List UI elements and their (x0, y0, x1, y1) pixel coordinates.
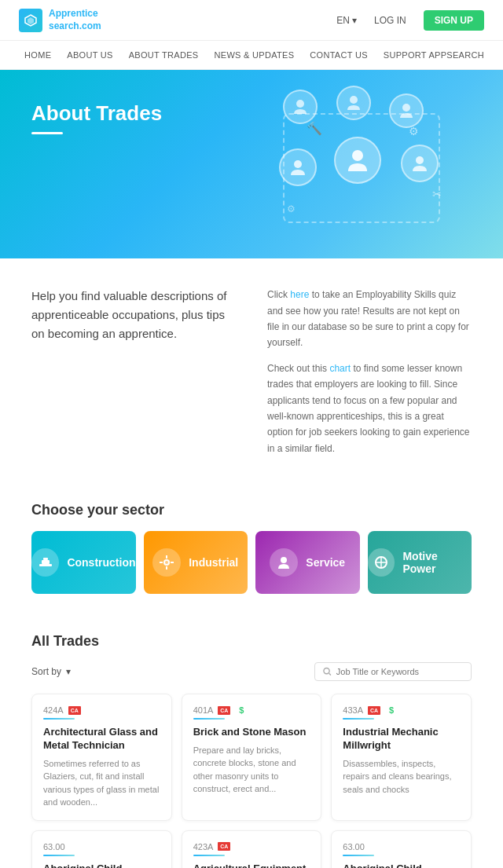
svg-point-12 (165, 561, 168, 564)
search-input[interactable] (336, 667, 463, 676)
trade-card-meta: 424A CA (43, 705, 160, 715)
hero-section: About Trades 🔨 ⚙ ✂ ⚙ (0, 70, 503, 258)
trade-card-meta: 423A CA (193, 842, 310, 852)
svg-point-4 (402, 104, 410, 112)
trade-card-title: Architectural Glass and Metal Technician (43, 726, 160, 753)
svg-point-2 (296, 100, 304, 108)
tool-gear-icon: ⚙ (409, 125, 419, 137)
logo-text: Apprentice search.com (49, 8, 101, 32)
sector-label-construction: Construction (67, 556, 135, 569)
flag-canada-icon: CA (218, 706, 230, 715)
trade-card-title: Aboriginal Child Development Practitione… (43, 863, 160, 868)
tool-hammer-icon: 🔨 (307, 121, 322, 136)
logo: Apprentice search.com (19, 8, 101, 32)
content-right-para1: Click here to take an Employability Skil… (267, 287, 472, 351)
trades-section: All Trades Sort by 424A CA Architectural… (0, 617, 503, 868)
search-box (314, 662, 472, 681)
chart-link[interactable]: chart (329, 363, 351, 374)
flag-dollar-icon: $ (235, 706, 248, 715)
trade-card[interactable]: 433A CA$ Industrial Mechanic Millwright … (331, 694, 472, 821)
sector-cards: Construction Industrial Service Motive P… (31, 531, 472, 594)
nav-about-us[interactable]: ABOUT US (67, 41, 112, 69)
navigation: HOME ABOUT US ABOUT TRADES NEWS & UPDATE… (0, 41, 503, 70)
flag-dollar-icon: $ (385, 706, 398, 715)
content-left: Help you find valuable descriptions of a… (31, 287, 236, 466)
here-link[interactable]: here (290, 289, 309, 300)
trade-code: 423A (193, 842, 214, 852)
signup-button[interactable]: SIGN UP (424, 10, 484, 31)
login-button[interactable]: LOG IN (366, 11, 414, 30)
nav-contact[interactable]: CONTACT US (310, 41, 368, 69)
svg-point-3 (350, 96, 358, 104)
sort-select[interactable]: Sort by (31, 666, 71, 677)
sector-label-service: Service (306, 556, 345, 569)
sector-card-motive[interactable]: Motive Power (368, 531, 472, 594)
trade-card-meta: 63.00 (343, 842, 460, 852)
trade-card[interactable]: 424A CA Architectural Glass and Metal Te… (31, 694, 172, 821)
figure-2 (336, 86, 371, 120)
trades-title: All Trades (31, 633, 472, 650)
svg-point-6 (294, 160, 302, 168)
figure-3 (389, 93, 424, 128)
trade-card[interactable]: 423A CA Agricultural Equipment Technicia… (182, 830, 322, 868)
svg-rect-8 (39, 564, 52, 566)
svg-point-21 (324, 668, 329, 674)
sector-card-industrial[interactable]: Industrial (144, 531, 248, 594)
svg-point-7 (416, 156, 424, 164)
trade-card-title: Industrial Mechanic Millwright (343, 726, 460, 753)
content-section: Help you find valuable descriptions of a… (0, 258, 503, 494)
trade-divider (43, 718, 75, 720)
trade-code: 433A (343, 705, 363, 715)
svg-rect-13 (166, 555, 167, 559)
sector-label-motive: Motive Power (402, 550, 472, 575)
flag-canada-icon: CA (218, 842, 230, 851)
trade-card-desc: Prepare and lay bricks, concrete blocks,… (193, 744, 310, 796)
svg-line-22 (329, 673, 331, 675)
figure-left (279, 148, 317, 186)
nav-news[interactable]: NEWS & UPDATES (215, 41, 295, 69)
trade-divider (43, 855, 75, 856)
search-icon (323, 667, 332, 676)
trade-divider (343, 855, 374, 856)
hero-underline (31, 132, 63, 134)
svg-point-17 (281, 557, 287, 563)
trade-card-title: Agricultural Equipment Technician (193, 863, 310, 868)
trade-code: 63.00 (343, 842, 365, 852)
sector-title: Choose your sector (31, 502, 472, 518)
top-bar: Apprentice search.com EN ▾ LOG IN SIGN U… (0, 0, 503, 41)
trade-card[interactable]: 63.00 Aboriginal Child Development Pract… (31, 830, 172, 868)
trade-card[interactable]: 63.00 Aboriginal Child Development Pract… (331, 830, 472, 868)
sort-chevron-icon (66, 666, 71, 677)
industrial-icon (152, 548, 181, 577)
logo-icon (19, 9, 42, 32)
figure-1 (283, 90, 318, 124)
language-button[interactable]: EN ▾ (336, 15, 357, 26)
content-right: Click here to take an Employability Skil… (267, 287, 472, 466)
trade-card-desc: Disassembles, inspects, repairs and clea… (343, 757, 460, 797)
tool-wrench-icon: ✂ (432, 188, 442, 200)
nav-about-trades[interactable]: ABOUT TRADES (129, 41, 199, 69)
svg-rect-15 (160, 562, 163, 563)
svg-rect-9 (42, 560, 50, 564)
motive-icon (368, 548, 395, 577)
nav-support[interactable]: SUPPORT APPSEARCH (384, 41, 484, 69)
sort-row: Sort by (31, 662, 472, 681)
sector-card-service[interactable]: Service (255, 531, 360, 594)
svg-rect-16 (171, 562, 174, 563)
trade-card-title: Aboriginal Child Development Practitione… (343, 863, 460, 868)
content-left-text: Help you find valuable descriptions of a… (31, 287, 236, 343)
flag-canada-icon: CA (68, 706, 81, 715)
nav-home[interactable]: HOME (24, 41, 51, 69)
trade-code: 63.00 (43, 842, 65, 852)
hero-figures: 🔨 ⚙ ✂ ⚙ (220, 86, 472, 243)
trade-card[interactable]: 401A CA$ Brick and Stone Mason Prepare a… (182, 694, 322, 821)
sector-card-construction[interactable]: Construction (31, 531, 136, 594)
trade-divider (193, 718, 225, 720)
trade-code: 401A (193, 705, 214, 715)
trade-card-meta: 63.00 (43, 842, 160, 852)
construction-icon (31, 548, 59, 577)
tool-gear2-icon: ⚙ (287, 203, 296, 214)
svg-rect-10 (43, 558, 48, 560)
trade-grid-row2: 63.00 Aboriginal Child Development Pract… (31, 830, 472, 868)
trade-card-meta: 401A CA$ (193, 705, 310, 715)
